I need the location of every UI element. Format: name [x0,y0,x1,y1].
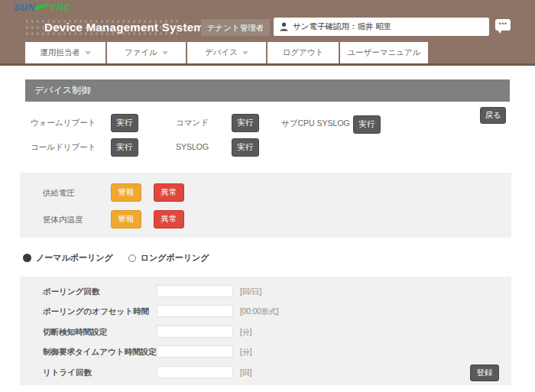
chassis-temp-error-button[interactable]: 異常 [154,210,184,228]
field-label-polling-count: ポーリング回数 [43,287,99,297]
radio-long-polling[interactable]: ロングポーリング [128,252,209,264]
app-title: Device Management System [44,21,204,34]
polling-settings-panel: ポーリング回数 [回/日] ポーリングのオフセット時間 [00:00形式] 切断… [20,277,511,385]
polling-mode-group: ノーマルポーリング ロングポーリング [23,252,209,264]
field-unit-control-timeout: [分] [240,347,252,358]
header-underline [0,63,535,66]
logo-sun-text: SUN [14,2,35,13]
nav-label: ユーザーマニュアル [347,47,420,58]
retry-count-input[interactable] [157,366,233,378]
radio-normal-polling[interactable]: ノーマルポーリング [23,252,113,264]
logo-ync-text: YNC [50,2,71,13]
nav-item-devices[interactable]: デバイス [187,42,266,63]
chevron-down-icon [242,51,248,55]
nav-label: 運用担当者 [40,47,80,58]
disconnect-detect-input[interactable] [157,326,233,338]
cmd-label-warm-reboot: ウォームリブート [31,118,96,128]
exec-command-button[interactable]: 実行 [232,114,259,132]
exec-syslog-button[interactable]: 実行 [232,138,259,157]
field-label-control-timeout: 制御要求タイムアウト時間設定 [43,347,156,358]
user-display-name: サン電子確認用：堀井 昭里 [293,21,391,32]
field-label-polling-offset: ポーリングのオフセット時間 [43,306,149,317]
chevron-down-icon [85,51,91,55]
back-button[interactable]: 戻る [480,107,506,124]
field-label-disconnect-detect: 切断検知時間設定 [43,327,107,338]
chassis-temp-warn-button[interactable]: 警報 [111,210,141,228]
polling-count-input[interactable] [157,285,233,297]
radio-label: ロングポーリング [141,252,209,264]
polling-offset-input[interactable] [157,305,233,317]
field-label-retry-count: リトライ回数 [43,368,92,378]
nav-item-files[interactable]: ファイル [107,42,186,63]
role-badge: テナント管理者 [201,19,270,36]
cmd-label-subcpu-syslog: サブCPU SYSLOG [281,118,350,129]
radio-selected-icon [23,254,31,262]
nav-item-logout[interactable]: ログアウト [268,42,339,63]
nav-item-user-manual[interactable]: ユーザーマニュアル [340,42,428,63]
nav-label: ログアウト [283,47,324,58]
control-timeout-input[interactable] [157,345,233,358]
cmd-label-command: コマンド [176,118,209,128]
cmd-label-syslog: SYSLOG [176,142,209,151]
logo: SUN YNC [14,2,72,13]
cmd-label-cold-reboot: コールドリブート [31,142,96,153]
exec-cold-reboot-button[interactable]: 実行 [111,138,138,157]
field-unit-polling-count: [回/日] [240,287,261,297]
radio-label: ノーマルポーリング [36,252,113,264]
user-icon [280,22,288,31]
supply-voltage-warn-button[interactable]: 警報 [111,183,141,202]
field-unit-polling-offset: [00:00形式] [240,306,279,317]
nav-item-operators[interactable]: 運用担当者 [25,42,105,63]
field-unit-disconnect-detect: [分] [240,327,252,338]
chat-bubble-icon[interactable] [495,19,511,31]
alarm-label-supply-voltage: 供給電圧 [43,188,75,199]
nav-label: ファイル [125,47,157,58]
app: SUN YNC Device Management System テナント管理者… [0,0,535,392]
exec-warm-reboot-button[interactable]: 実行 [111,114,138,132]
page-title: デバイス制御 [25,79,510,102]
supply-voltage-error-button[interactable]: 異常 [154,183,184,202]
register-button[interactable]: 登録 [470,364,499,381]
exec-subcpu-syslog-button[interactable]: 実行 [353,115,381,134]
user-account-box[interactable]: サン電子確認用：堀井 昭里 [274,18,489,36]
field-unit-retry-count: [回] [240,368,252,378]
nav-label: デバイス [205,47,238,58]
alarm-label-chassis-temp: 筐体内温度 [43,215,83,225]
alarm-panel: 供給電圧 警報 異常 筐体内温度 警報 異常 [20,173,511,238]
radio-unselected-icon [128,254,136,262]
chevron-down-icon [162,51,168,55]
